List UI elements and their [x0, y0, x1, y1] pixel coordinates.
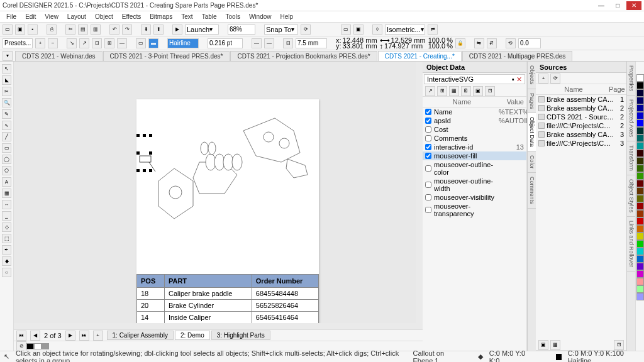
- outline-tool-icon[interactable]: ○: [2, 268, 11, 277]
- schema-save-icon[interactable]: ▪: [512, 75, 514, 84]
- od-btn5-icon[interactable]: ▣: [473, 86, 483, 96]
- transparency-tool-icon[interactable]: ⬚: [2, 234, 11, 243]
- palette-swatch[interactable]: [636, 210, 644, 217]
- fill-tool-icon[interactable]: ◆: [2, 256, 11, 266]
- object-data-row[interactable]: Name%TEXT%: [423, 107, 526, 116]
- object-data-row[interactable]: mouseover-transparency: [423, 202, 526, 218]
- src-act2-icon[interactable]: ▦: [550, 340, 560, 350]
- palette-swatch[interactable]: [636, 97, 644, 104]
- ellipse-tool-icon[interactable]: ◯: [2, 155, 11, 164]
- palette-swatch[interactable]: [636, 127, 644, 134]
- undo-icon[interactable]: ↶: [109, 25, 119, 35]
- pick-tool-icon[interactable]: ↖: [2, 64, 11, 74]
- palette-swatch[interactable]: [636, 285, 644, 293]
- proj-icon[interactable]: ◊: [372, 25, 382, 35]
- od-checkbox[interactable]: [425, 165, 431, 172]
- new-icon[interactable]: ▭: [3, 25, 13, 35]
- palette-swatch[interactable]: [636, 278, 644, 285]
- palette-swatch[interactable]: [636, 157, 644, 165]
- src-add-icon[interactable]: +: [538, 74, 548, 84]
- snap-combo[interactable]: Snap To▾: [264, 25, 298, 35]
- docker-tab[interactable]: Object Styles: [627, 175, 635, 217]
- swatch[interactable]: [42, 343, 49, 349]
- proj-swap-icon[interactable]: ⇄: [428, 25, 438, 35]
- cl4-icon[interactable]: ⊞: [104, 38, 114, 48]
- object-data-row[interactable]: Comments: [423, 134, 526, 143]
- docker-tab[interactable]: Transform: [627, 141, 635, 175]
- doc-menu-icon[interactable]: ▾: [3, 51, 13, 61]
- docker-tab[interactable]: Object Data: [528, 113, 536, 151]
- od-btn2-icon[interactable]: ⊞: [437, 86, 447, 96]
- od-checkbox[interactable]: [425, 207, 431, 213]
- arrow-end-icon[interactable]: —: [264, 38, 274, 48]
- presets-combo[interactable]: Presets...: [3, 38, 33, 48]
- menu-view[interactable]: View: [41, 13, 62, 21]
- palette-swatch[interactable]: [636, 233, 644, 240]
- menu-effects[interactable]: Effects: [118, 13, 145, 21]
- scrollbar-horizontal[interactable]: [14, 323, 423, 329]
- close-button[interactable]: ✕: [626, 1, 641, 10]
- docker-tab[interactable]: Objects: [528, 62, 536, 89]
- docker-tab[interactable]: Color: [528, 151, 536, 173]
- od-btn1-icon[interactable]: ↗: [425, 86, 435, 96]
- swatch[interactable]: [26, 343, 34, 349]
- palette-swatch[interactable]: [636, 187, 644, 195]
- palette-swatch[interactable]: [636, 104, 644, 112]
- text-tool-icon[interactable]: A: [2, 177, 11, 187]
- cl1-icon[interactable]: ↘: [67, 38, 77, 48]
- source-row[interactable]: CDTS 2021 - Sources Docker PRES...2: [536, 112, 626, 121]
- page-tab[interactable]: 2: Demo: [175, 331, 210, 340]
- palette-swatch[interactable]: [636, 172, 644, 180]
- mir-h-icon[interactable]: ⇋: [474, 38, 484, 48]
- od-btn4-icon[interactable]: 🗓: [461, 86, 471, 96]
- cl5-icon[interactable]: —: [117, 38, 127, 48]
- object-data-row[interactable]: Cost: [423, 125, 526, 134]
- eyedrop-tool-icon[interactable]: ✒: [2, 245, 11, 255]
- source-row[interactable]: file:///C:\Projects\CDTS 2021 - Crea...2: [536, 121, 626, 130]
- docker-tab[interactable]: Comments: [528, 173, 536, 209]
- menu-window[interactable]: Window: [245, 13, 275, 21]
- outline-width[interactable]: Hairline: [167, 38, 199, 48]
- projection-combo[interactable]: Isometric...▾: [385, 25, 425, 35]
- arrow-start-icon[interactable]: —: [252, 38, 262, 48]
- od-checkbox[interactable]: [425, 118, 431, 124]
- menu-object[interactable]: Object: [91, 13, 117, 21]
- zoom-tool-icon[interactable]: 🔍: [2, 98, 11, 107]
- effect-tool-icon[interactable]: ◇: [2, 222, 11, 232]
- palette-swatch[interactable]: [636, 225, 644, 233]
- shape2-icon[interactable]: ▬: [148, 38, 158, 48]
- palette-swatch[interactable]: [636, 270, 644, 278]
- first-page-icon[interactable]: ⏮: [16, 331, 26, 341]
- dim-tool-icon[interactable]: ↔: [2, 200, 11, 209]
- document-tab[interactable]: CDTS 2021 - Multipage PRES.des: [462, 51, 572, 61]
- schema-combo[interactable]: InteractiveSVG ▪ ✕: [424, 74, 525, 84]
- schema-close-icon[interactable]: ✕: [516, 75, 522, 84]
- od-checkbox[interactable]: [425, 135, 431, 141]
- palette-swatch[interactable]: [636, 248, 644, 255]
- document-tab[interactable]: CDTS 2021 - 3-Point Thread PRES.des*: [103, 51, 230, 61]
- document-tab[interactable]: CDTS 2021 - Webinar.des: [15, 51, 103, 61]
- palette-swatch[interactable]: [636, 112, 644, 119]
- freehand-tool-icon[interactable]: ✎: [2, 109, 11, 119]
- outline-pt[interactable]: 0.216 pt: [208, 38, 243, 48]
- object-data-row[interactable]: mouseover-outline-color: [423, 160, 526, 177]
- source-row[interactable]: Brake assembly CALIPER LIST.xls3: [536, 130, 626, 139]
- export-icon[interactable]: ⬆: [153, 25, 164, 35]
- print-icon[interactable]: ⎙: [47, 25, 57, 35]
- add-preset-icon[interactable]: +: [35, 38, 45, 48]
- od-btn3-icon[interactable]: ▦: [449, 86, 459, 96]
- scrollbar-vertical[interactable]: [416, 62, 423, 323]
- menu-help[interactable]: Help: [277, 13, 297, 21]
- rect-tool-icon[interactable]: ▭: [2, 143, 11, 153]
- od-checkbox[interactable]: [425, 126, 431, 133]
- dim-input[interactable]: 7.5 mm: [296, 38, 327, 48]
- palette-swatch[interactable]: [636, 255, 644, 263]
- od-checkbox[interactable]: [425, 144, 431, 150]
- palette-swatch[interactable]: [636, 150, 644, 157]
- menu-bitmaps[interactable]: Bitmaps: [146, 13, 176, 21]
- swatch-none-icon[interactable]: ⊘: [16, 341, 26, 351]
- palette-swatch[interactable]: [636, 263, 644, 270]
- del-preset-icon[interactable]: −: [48, 38, 58, 48]
- palette-swatch[interactable]: [636, 74, 644, 82]
- od-checkbox[interactable]: [425, 194, 431, 200]
